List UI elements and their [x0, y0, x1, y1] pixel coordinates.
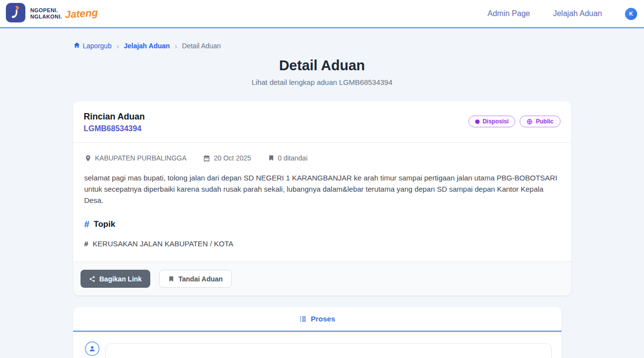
jateng-logo-icon: [6, 3, 25, 24]
main-nav: Admin Page Jelajah Aduan K: [487, 8, 637, 20]
home-icon: [73, 41, 80, 50]
process-timeline: [73, 332, 562, 358]
top-navbar: NGOPENI. NGLAKONI. Jateng Admin Page Jel…: [0, 0, 644, 28]
breadcrumb-separator: ›: [117, 42, 119, 50]
status-badges: Disposisi Public: [468, 112, 560, 127]
detail-card-body: KABUPATEN PURBALINGGA 20 Oct 2025 0 dita…: [73, 143, 571, 261]
hash-icon: #: [84, 239, 88, 248]
globe-icon: [526, 119, 533, 125]
topic-section-title: Topik: [94, 219, 115, 229]
nav-jelajah-aduan[interactable]: Jelajah Aduan: [553, 9, 602, 18]
disposisi-badge: Disposisi: [468, 116, 515, 127]
detail-card: Rincian Aduan LGMB68534394 Disposisi Pub…: [73, 101, 571, 296]
topic-item: # KERUSAKAN JALAN KABUPATEN / KOTA: [84, 239, 560, 248]
hash-icon: #: [84, 219, 90, 230]
share-link-button[interactable]: Bagikan Link: [80, 270, 150, 288]
detail-card-footer: Bagikan Link Tandai Aduan: [73, 261, 571, 296]
calendar-icon: [203, 155, 210, 162]
meta-date: 20 Oct 2025: [203, 154, 251, 162]
page-subtitle: Lihat detail lengkap aduan LGMB68534394: [73, 78, 571, 86]
meta-location: KABUPATEN PURBALINGGA: [84, 154, 187, 162]
page-title: Detail Aduan: [73, 58, 571, 74]
bookmark-complaint-button[interactable]: Tandai Aduan: [159, 270, 232, 288]
bookmark-icon: [268, 155, 275, 161]
process-card: Proses: [73, 307, 562, 358]
breadcrumb-current: Detail Aduan: [182, 42, 221, 50]
breadcrumb-jelajah-link[interactable]: Jelajah Aduan: [124, 42, 170, 50]
topic-item-label: KERUSAKAN JALAN KABUPATEN / KOTA: [93, 239, 233, 248]
list-icon: [299, 315, 307, 323]
process-tab-label: Proses: [311, 315, 335, 323]
meta-row: KABUPATEN PURBALINGGA 20 Oct 2025 0 dita…: [84, 154, 560, 162]
breadcrumb: Laporgub › Jelajah Aduan › Detail Aduan: [73, 41, 571, 50]
brand-logo[interactable]: NGOPENI. NGLAKONI. Jateng: [6, 3, 98, 24]
user-avatar[interactable]: K: [625, 8, 637, 20]
complaint-id: LGMB68534394: [84, 124, 145, 133]
breadcrumb-separator: ›: [175, 42, 177, 50]
brand-tagline: NGOPENI. NGLAKONI.: [30, 7, 62, 20]
share-icon: [89, 276, 96, 282]
process-tab[interactable]: Proses: [73, 307, 562, 332]
dot-icon: [475, 119, 480, 124]
bookmark-icon: [168, 276, 175, 282]
timeline-step-icon: [85, 341, 100, 356]
breadcrumb-home-link[interactable]: Laporgub: [73, 41, 112, 50]
location-pin-icon: [84, 155, 92, 162]
nav-admin-page[interactable]: Admin Page: [487, 9, 530, 18]
complaint-description: selamat pagi mas bupati, tolong jalan da…: [84, 172, 560, 206]
public-badge: Public: [520, 116, 560, 127]
detail-card-header: Rincian Aduan LGMB68534394 Disposisi Pub…: [73, 101, 571, 143]
brand-jateng-script: Jateng: [65, 7, 99, 21]
detail-card-title: Rincian Aduan: [84, 112, 145, 122]
topic-section-header: # Topik: [84, 219, 560, 230]
timeline-entry-card: [105, 343, 552, 358]
meta-bookmarks: 0 ditandai: [268, 154, 308, 162]
